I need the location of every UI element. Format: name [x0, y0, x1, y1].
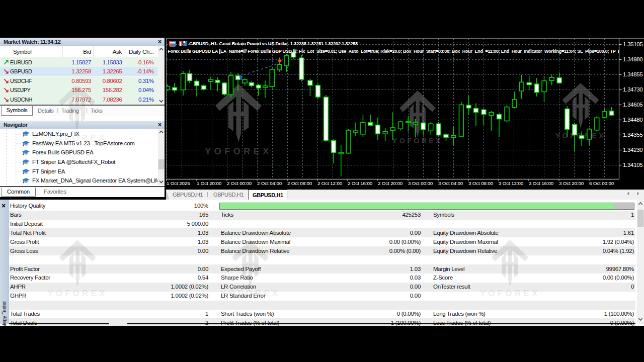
svg-text:1.34105: 1.34105	[623, 162, 642, 168]
svg-text:2 Oct 04:00: 2 Oct 04:00	[257, 180, 282, 186]
svg-text:Forex Bulls GBPUSD EA [EA_Name: Forex Bulls GBPUSD EA [EA_Name=/// Forex…	[168, 49, 627, 54]
svg-text:2 Oct 12:00: 2 Oct 12:00	[317, 180, 343, 186]
svg-text:YOFOREX: YOFOREX	[392, 137, 443, 145]
svg-text:3 Oct 20:00: 3 Oct 20:00	[559, 180, 584, 186]
svg-text:3 Oct 12:00: 3 Oct 12:00	[499, 180, 524, 186]
svg-text:1.34355: 1.34355	[623, 132, 642, 138]
svg-text:1.34730: 1.34730	[623, 86, 642, 93]
svg-text:6 Oct 00:00: 6 Oct 00:00	[589, 180, 614, 186]
svg-text:3 Oct 00:00: 3 Oct 00:00	[408, 180, 433, 186]
svg-text:1.34605: 1.34605	[623, 102, 642, 108]
svg-text:2 Oct 08:00: 2 Oct 08:00	[287, 180, 312, 186]
svg-text:3 Oct 08:00: 3 Oct 08:00	[468, 180, 494, 186]
svg-text:1.35105: 1.35105	[623, 41, 642, 47]
svg-text:GBPUSD, H1: Great Britain Poun: GBPUSD, H1: Great Britain Pound vs US Do…	[189, 41, 358, 46]
svg-text:2 Oct 00:00: 2 Oct 00:00	[227, 180, 252, 186]
svg-text:1.34980: 1.34980	[623, 56, 642, 62]
svg-text:1 Oct 20:00: 1 Oct 20:00	[197, 180, 222, 186]
svg-text:YOFOREX: YOFOREX	[205, 146, 272, 156]
svg-text:3 Oct 04:00: 3 Oct 04:00	[438, 180, 463, 186]
svg-text:1.34480: 1.34480	[623, 117, 642, 123]
svg-text:1.34855: 1.34855	[623, 71, 642, 77]
svg-text:1.34230: 1.34230	[623, 147, 642, 153]
svg-text:2 Oct 16:00: 2 Oct 16:00	[348, 180, 373, 186]
svg-text:1 Oct 2025: 1 Oct 2025	[167, 180, 190, 186]
svg-text:3 Oct 16:00: 3 Oct 16:00	[529, 180, 554, 186]
svg-text:2 Oct 20:00: 2 Oct 20:00	[378, 180, 403, 186]
